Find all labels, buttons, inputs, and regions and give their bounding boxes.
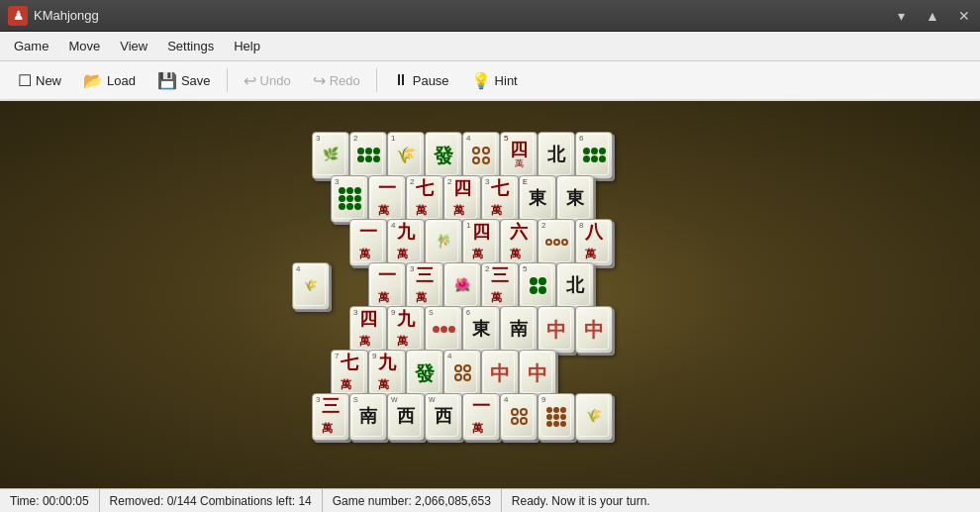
tile[interactable]: 1四萬 xyxy=(462,219,500,266)
new-button[interactable]: ☐ New xyxy=(8,67,71,94)
game-area: 3🌿 2 1🌾 發 4 5四萬 北 6 3 一萬 2七萬 2四萬 3七萬 E東 … xyxy=(0,101,980,488)
tile[interactable]: 3七萬 xyxy=(481,175,519,223)
window-title: KMahjongg xyxy=(34,8,99,23)
hint-button[interactable]: 💡 Hint xyxy=(461,67,528,94)
tile[interactable]: 1🌾 xyxy=(387,132,425,179)
tile[interactable]: 6東 xyxy=(462,306,500,354)
tile[interactable]: 南 xyxy=(500,306,538,354)
tile[interactable]: W西 xyxy=(387,393,425,441)
tile[interactable]: 3🌿 xyxy=(312,132,349,179)
separator-2 xyxy=(376,68,377,92)
tile[interactable]: 3 xyxy=(331,175,368,223)
tile[interactable]: 5 xyxy=(519,262,556,310)
minimize-button[interactable]: ▲ xyxy=(917,0,948,32)
tile[interactable]: S南 xyxy=(349,393,387,441)
tile[interactable]: 4🌾 xyxy=(292,262,330,310)
tile[interactable]: 北 xyxy=(556,262,594,310)
save-icon: 💾 xyxy=(157,71,177,90)
undo-button[interactable]: ↩ Undo xyxy=(234,67,301,94)
tile[interactable]: 9九萬 xyxy=(387,306,425,354)
tile[interactable]: 🌾 xyxy=(575,393,613,441)
tile[interactable]: 發 xyxy=(425,132,462,179)
tile[interactable]: 2 xyxy=(538,219,575,266)
tile[interactable]: 六萬 xyxy=(500,219,538,266)
tile[interactable]: 一萬 xyxy=(462,393,500,441)
tile[interactable]: 中 xyxy=(481,350,519,397)
tile[interactable]: 4 xyxy=(462,132,500,179)
tile[interactable]: 3三萬 xyxy=(312,393,349,441)
new-icon: ☐ xyxy=(18,71,32,90)
save-button[interactable]: 💾 Save xyxy=(147,67,221,94)
separator-1 xyxy=(227,68,228,92)
tile[interactable]: 中 xyxy=(519,350,556,397)
dropdown-button[interactable]: ▾ xyxy=(885,0,917,32)
tile[interactable]: 3四萬 xyxy=(349,306,387,354)
tile[interactable]: 3三萬 xyxy=(406,262,443,310)
menu-settings[interactable]: Settings xyxy=(157,35,224,57)
undo-icon: ↩ xyxy=(244,71,256,90)
menu-move[interactable]: Move xyxy=(58,35,110,57)
pause-icon: ⏸ xyxy=(393,71,409,89)
tile[interactable]: 🎋 xyxy=(425,219,462,266)
tile[interactable]: 7七萬 xyxy=(331,350,368,397)
statusbar: Time: 00:00:05 Removed: 0/144 Combinatio… xyxy=(0,488,980,512)
menu-view[interactable]: View xyxy=(110,35,157,57)
tile[interactable]: 一萬 xyxy=(368,262,406,310)
tile[interactable]: 一萬 xyxy=(349,219,387,266)
tile[interactable]: 2四萬 xyxy=(443,175,481,223)
tile[interactable]: 北 xyxy=(538,132,575,179)
tile[interactable]: W西 xyxy=(425,393,462,441)
tile[interactable]: 2三萬 xyxy=(481,262,519,310)
tile[interactable]: E東 xyxy=(519,175,556,223)
pause-button[interactable]: ⏸ Pause xyxy=(383,67,459,93)
menu-game[interactable]: Game xyxy=(4,35,58,57)
hint-icon: 💡 xyxy=(471,71,491,90)
tile[interactable]: 一萬 xyxy=(368,175,406,223)
menubar: Game Move View Settings Help xyxy=(0,32,980,61)
redo-icon: ↪ xyxy=(313,71,326,90)
tile[interactable]: 4 xyxy=(443,350,481,397)
tile[interactable]: 中 xyxy=(575,306,613,354)
close-button[interactable]: ✕ xyxy=(948,0,980,32)
redo-button[interactable]: ↪ Redo xyxy=(303,67,370,94)
tile[interactable]: 2七萬 xyxy=(406,175,443,223)
tile[interactable]: 8八萬 xyxy=(575,219,613,266)
tile[interactable]: 東 xyxy=(556,175,594,223)
tile[interactable]: 5四萬 xyxy=(500,132,538,179)
tile[interactable]: 🌺 xyxy=(443,262,481,310)
titlebar: ♟ KMahjongg ▾ ▲ ✕ xyxy=(0,0,980,32)
status-message: Ready. Now it is your turn. xyxy=(502,489,980,512)
tile[interactable]: S xyxy=(425,306,462,354)
status-removed: Removed: 0/144 Combinations left: 14 xyxy=(100,489,323,512)
titlebar-left: ♟ KMahjongg xyxy=(0,6,99,26)
load-icon: 📂 xyxy=(83,71,103,90)
tiles-container: 3🌿 2 1🌾 發 4 5四萬 北 6 3 一萬 2七萬 2四萬 3七萬 E東 … xyxy=(292,132,688,459)
tile[interactable]: 發 xyxy=(406,350,443,397)
tile[interactable]: 2 xyxy=(349,132,387,179)
menu-help[interactable]: Help xyxy=(224,35,270,57)
status-game-number: Game number: 2,066,085,653 xyxy=(323,489,502,512)
status-time: Time: 00:00:05 xyxy=(0,489,100,512)
load-button[interactable]: 📂 Load xyxy=(73,67,146,94)
tile[interactable]: 9九萬 xyxy=(368,350,406,397)
tile[interactable]: 4 xyxy=(500,393,538,441)
tile[interactable]: 中 xyxy=(538,306,575,354)
app-icon: ♟ xyxy=(8,6,28,26)
tile[interactable]: 6 xyxy=(575,132,613,179)
toolbar: ☐ New 📂 Load 💾 Save ↩ Undo ↪ Redo ⏸ Paus… xyxy=(0,61,980,101)
tile[interactable]: 9 xyxy=(538,393,575,441)
tile[interactable]: 4九萬 xyxy=(387,219,425,266)
titlebar-controls: ▾ ▲ ✕ xyxy=(885,0,980,32)
